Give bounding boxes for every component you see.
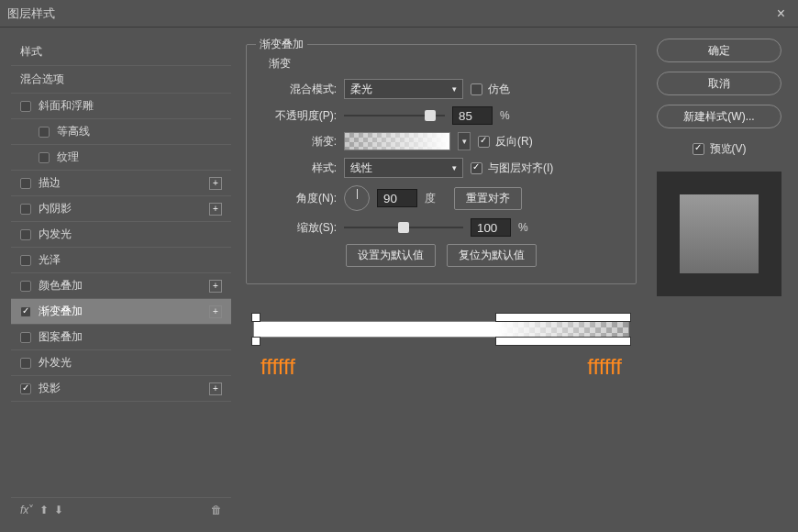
reset-default-button[interactable]: 复位为默认值	[447, 244, 537, 267]
stroke-checkbox[interactable]	[20, 178, 31, 189]
plus-icon[interactable]: +	[209, 177, 222, 190]
sidebar-item-gradient-overlay[interactable]: 渐变叠加 +	[11, 299, 231, 325]
plus-icon[interactable]: +	[209, 203, 222, 216]
sidebar-item-stroke[interactable]: 描边 +	[11, 171, 231, 196]
preview-swatch	[680, 194, 759, 273]
close-icon[interactable]: ×	[771, 6, 791, 22]
gradient-editor: ffffff ffffff	[246, 321, 637, 380]
styles-sidebar: 样式 混合选项 斜面和浮雕 等高线 纹理 描边 + 内阴影	[11, 39, 231, 521]
opacity-slider[interactable]	[344, 115, 445, 116]
sidebar-item-label: 渐变叠加	[39, 304, 205, 319]
preview-label: 预览(V)	[710, 141, 747, 157]
align-checkbox-wrap[interactable]: 与图层对齐(I)	[471, 161, 553, 176]
opacity-input[interactable]	[452, 106, 493, 125]
gradient-label: 渐变:	[260, 134, 337, 150]
sidebar-item-contour[interactable]: 等高线	[11, 119, 231, 145]
settings-panel: 渐变叠加 渐变 混合模式: 柔光 ▾ 仿色 不透明度(P): %	[246, 39, 637, 521]
style-label: 样式:	[260, 161, 337, 176]
sidebar-item-label: 投影	[39, 381, 205, 396]
align-checkbox[interactable]	[471, 162, 482, 174]
color-overlay-checkbox[interactable]	[20, 281, 31, 292]
style-select[interactable]: 线性 ▾	[344, 158, 463, 178]
sidebar-item-inner-glow[interactable]: 内发光	[11, 222, 231, 248]
sidebar-item-satin[interactable]: 光泽	[11, 248, 231, 273]
plus-icon[interactable]: +	[209, 280, 222, 293]
sidebar-item-inner-shadow[interactable]: 内阴影 +	[11, 196, 231, 222]
reverse-checkbox-wrap[interactable]: 反向(R)	[478, 134, 533, 150]
opacity-stop-right[interactable]	[495, 313, 631, 322]
chevron-down-icon: ▾	[452, 163, 457, 172]
chevron-down-icon: ▾	[452, 84, 457, 94]
opacity-stop-left[interactable]	[251, 313, 260, 322]
dither-checkbox[interactable]	[471, 83, 482, 95]
gradient-overlay-fieldset: 渐变叠加 渐变 混合模式: 柔光 ▾ 仿色 不透明度(P): %	[246, 44, 637, 284]
plus-icon[interactable]: +	[209, 382, 222, 395]
section-label: 渐变	[260, 56, 623, 72]
gradient-overlay-checkbox[interactable]	[20, 306, 31, 317]
preview-box	[657, 172, 781, 296]
inner-shadow-checkbox[interactable]	[20, 204, 31, 215]
sidebar-item-label: 内阴影	[39, 201, 205, 216]
ok-button[interactable]: 确定	[657, 39, 781, 62]
sidebar-item-label: 纹理	[57, 150, 222, 165]
angle-dial[interactable]	[344, 185, 370, 211]
satin-checkbox[interactable]	[20, 255, 31, 266]
gradient-dropdown-button[interactable]: ▾	[458, 132, 471, 150]
scale-label: 缩放(S):	[260, 220, 337, 236]
move-down-icon[interactable]: ⬇	[54, 504, 63, 516]
window-title: 图层样式	[7, 6, 55, 22]
plus-icon[interactable]: +	[209, 305, 222, 318]
sidebar-item-texture[interactable]: 纹理	[11, 145, 231, 171]
sidebar-item-bevel[interactable]: 斜面和浮雕	[11, 94, 231, 119]
sidebar-header-blend[interactable]: 混合选项	[11, 66, 231, 94]
gradient-bar[interactable]	[253, 321, 629, 338]
angle-unit: 度	[425, 191, 436, 206]
dither-checkbox-wrap[interactable]: 仿色	[471, 82, 510, 97]
pattern-overlay-checkbox[interactable]	[20, 332, 31, 343]
outer-glow-checkbox[interactable]	[20, 358, 31, 369]
sidebar-header-styles[interactable]: 样式	[11, 39, 231, 66]
sidebar-item-outer-glow[interactable]: 外发光	[11, 350, 231, 376]
style-value: 线性	[350, 161, 372, 176]
set-default-button[interactable]: 设置为默认值	[346, 244, 436, 267]
color-annotation-right: ffffff	[587, 354, 622, 380]
scale-input[interactable]	[471, 218, 511, 237]
cancel-button[interactable]: 取消	[657, 72, 781, 95]
gradient-bar-wrap	[253, 321, 629, 338]
texture-checkbox[interactable]	[39, 152, 50, 163]
sidebar-item-label: 颜色叠加	[39, 278, 205, 294]
sidebar-item-label: 光泽	[39, 252, 222, 268]
color-stop-right[interactable]	[495, 337, 631, 346]
new-style-button[interactable]: 新建样式(W)...	[657, 105, 781, 128]
color-annotation-left: ffffff	[260, 354, 295, 380]
sidebar-item-color-overlay[interactable]: 颜色叠加 +	[11, 273, 231, 299]
reset-align-button[interactable]: 重置对齐	[454, 187, 522, 210]
contour-checkbox[interactable]	[39, 127, 50, 138]
drop-shadow-checkbox[interactable]	[20, 383, 31, 394]
bevel-checkbox[interactable]	[20, 101, 31, 112]
inner-glow-checkbox[interactable]	[20, 229, 31, 240]
trash-icon[interactable]: 🗑	[211, 504, 222, 516]
move-up-icon[interactable]: ⬆	[39, 504, 49, 516]
preview-checkbox[interactable]	[693, 143, 704, 155]
preview-checkbox-wrap[interactable]: 预览(V)	[693, 141, 747, 157]
opacity-label: 不透明度(P):	[260, 108, 337, 124]
angle-input[interactable]	[377, 189, 417, 207]
scale-slider[interactable]	[344, 227, 463, 228]
sidebar-item-label: 描边	[39, 175, 205, 191]
opacity-unit: %	[500, 109, 510, 122]
fx-menu-icon[interactable]: fx˅	[20, 504, 34, 516]
sidebar-item-label: 斜面和浮雕	[39, 98, 222, 114]
titlebar: 图层样式 ×	[0, 0, 798, 28]
angle-label: 角度(N):	[260, 191, 337, 206]
blend-mode-select[interactable]: 柔光 ▾	[344, 79, 463, 99]
gradient-swatch[interactable]	[344, 132, 450, 150]
sidebar-item-pattern-overlay[interactable]: 图案叠加	[11, 325, 231, 350]
sidebar-item-label: 内发光	[39, 227, 222, 242]
blend-mode-value: 柔光	[350, 82, 372, 97]
dither-label: 仿色	[488, 82, 510, 97]
color-stop-left[interactable]	[251, 337, 260, 346]
reverse-checkbox[interactable]	[478, 136, 490, 148]
action-panel: 确定 取消 新建样式(W)... 预览(V)	[651, 39, 787, 521]
sidebar-item-drop-shadow[interactable]: 投影 +	[11, 376, 231, 402]
